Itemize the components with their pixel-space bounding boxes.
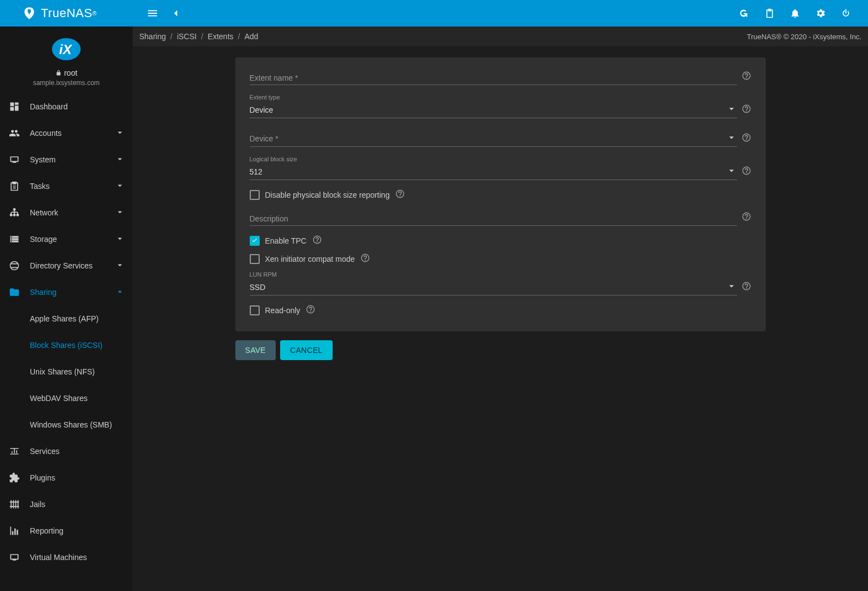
sidebar-item-virtual-machines[interactable]: Virtual Machines bbox=[0, 544, 133, 571]
help-icon[interactable] bbox=[360, 253, 370, 265]
crumb-add: Add bbox=[244, 32, 258, 41]
help-icon[interactable] bbox=[306, 304, 315, 316]
sidebar-item-label: Plugins bbox=[30, 473, 55, 482]
host-label: sample.ixsystems.com bbox=[0, 79, 133, 87]
sidebar-item-label: Directory Services bbox=[30, 261, 93, 270]
sidebar-item-directory-services[interactable]: Directory Services bbox=[0, 252, 133, 279]
sidebar-item-label: Tasks bbox=[30, 182, 50, 191]
help-icon[interactable] bbox=[395, 189, 405, 200]
lock-icon bbox=[55, 70, 62, 76]
accounts-icon bbox=[8, 128, 21, 139]
plugins-icon bbox=[8, 472, 21, 483]
copyright: TrueNAS® © 2020 - iXsystems, Inc. bbox=[747, 33, 861, 41]
sidebar-item-system[interactable]: System bbox=[0, 146, 133, 173]
settings-icon[interactable] bbox=[814, 7, 827, 20]
disable-pbr-checkbox[interactable] bbox=[250, 190, 260, 200]
help-icon[interactable] bbox=[741, 212, 751, 224]
lun-rpm-label: LUN RPM bbox=[250, 271, 737, 278]
sidebar-item-dashboard[interactable]: Dashboard bbox=[0, 93, 133, 120]
notifications-icon[interactable] bbox=[788, 7, 802, 20]
chevron-down-icon bbox=[115, 207, 125, 219]
help-icon[interactable] bbox=[312, 235, 322, 246]
sidebar-item-reporting[interactable]: Reporting bbox=[0, 518, 133, 544]
chevron-down-icon bbox=[726, 281, 737, 293]
network-icon bbox=[8, 207, 21, 218]
chevron-down-icon bbox=[115, 260, 125, 272]
chevron-down-icon bbox=[115, 128, 125, 139]
block-size-label: Logical block size bbox=[250, 156, 737, 162]
help-icon[interactable] bbox=[741, 166, 751, 178]
description-input[interactable]: Description bbox=[250, 212, 737, 226]
back-icon[interactable] bbox=[169, 7, 182, 20]
block-size-select[interactable]: 512 bbox=[250, 163, 737, 180]
sidebar-item-label: Accounts bbox=[30, 129, 62, 138]
sidebar-item-label: Network bbox=[30, 208, 58, 217]
breadcrumb: Sharing/ iSCSI/ Extents/ Add TrueNAS® © … bbox=[133, 27, 868, 46]
directory-icon bbox=[8, 260, 21, 271]
save-button[interactable]: SAVE bbox=[235, 340, 276, 360]
clipboard-icon[interactable] bbox=[763, 7, 776, 20]
sidebar-item-services[interactable]: Services bbox=[0, 438, 133, 465]
readonly-checkbox[interactable] bbox=[250, 305, 260, 315]
enable-tpc-checkbox[interactable] bbox=[250, 236, 260, 246]
sidebar-item-label: Virtual Machines bbox=[30, 553, 87, 562]
sidebar-item-label: System bbox=[30, 155, 56, 164]
chevron-down-icon bbox=[726, 103, 737, 116]
sidebar-item-network[interactable]: Network bbox=[0, 199, 133, 226]
xen-compat-checkbox[interactable] bbox=[250, 254, 260, 264]
sidebar-item-sharing[interactable]: Sharing bbox=[0, 279, 133, 305]
chevron-down-icon bbox=[115, 154, 125, 166]
sidebar-item-tasks[interactable]: Tasks bbox=[0, 173, 133, 199]
help-icon[interactable] bbox=[741, 281, 751, 293]
help-icon[interactable] bbox=[741, 133, 751, 145]
crumb-iscsi[interactable]: iSCSI bbox=[177, 32, 197, 41]
dashboard-icon bbox=[8, 101, 21, 112]
sidebar-item-label: Storage bbox=[30, 235, 57, 244]
ha-status-icon[interactable] bbox=[738, 7, 751, 20]
sidebar-item-label: Dashboard bbox=[30, 102, 68, 111]
jails-icon bbox=[8, 499, 21, 510]
vm-icon bbox=[8, 552, 21, 563]
cancel-button[interactable]: CANCEL bbox=[280, 340, 333, 360]
lun-rpm-select[interactable]: SSD bbox=[250, 279, 737, 296]
form-card: Extent name * Extent type Device bbox=[235, 57, 766, 331]
truenas-icon bbox=[22, 6, 36, 20]
power-icon[interactable] bbox=[839, 7, 853, 20]
user-label: root bbox=[0, 68, 133, 77]
readonly-label: Read-only bbox=[265, 306, 301, 315]
chevron-down-icon bbox=[115, 234, 125, 245]
svg-text:iX: iX bbox=[59, 42, 73, 57]
sidebar-item-plugins[interactable]: Plugins bbox=[0, 465, 133, 491]
sidebar-item-label: Sharing bbox=[30, 288, 56, 297]
chevron-down-icon bbox=[115, 181, 125, 192]
sidebar-sub-unix-shares-nfs-[interactable]: Unix Shares (NFS) bbox=[0, 358, 133, 385]
xen-compat-label: Xen initiator compat mode bbox=[265, 255, 355, 263]
extent-type-select[interactable]: Device bbox=[250, 102, 737, 118]
services-icon bbox=[8, 446, 21, 457]
chevron-down-icon bbox=[726, 132, 737, 145]
tasks-icon bbox=[8, 181, 21, 192]
sidebar-item-jails[interactable]: Jails bbox=[0, 491, 133, 518]
device-select[interactable]: Device * bbox=[250, 130, 737, 147]
crumb-extents[interactable]: Extents bbox=[208, 32, 234, 41]
sharing-icon bbox=[8, 287, 21, 298]
help-icon[interactable] bbox=[741, 71, 751, 83]
chevron-up-icon bbox=[115, 287, 125, 298]
system-icon bbox=[8, 154, 21, 165]
chevron-down-icon bbox=[726, 165, 737, 178]
sidebar-sub-webdav-shares[interactable]: WebDAV Shares bbox=[0, 385, 133, 411]
crumb-sharing[interactable]: Sharing bbox=[139, 32, 166, 41]
topbar: TrueNAS® bbox=[0, 0, 868, 27]
sidebar-sub-apple-shares-afp-[interactable]: Apple Shares (AFP) bbox=[0, 305, 133, 332]
sidebar-sub-windows-shares-smb-[interactable]: Windows Shares (SMB) bbox=[0, 411, 133, 438]
menu-toggle-icon[interactable] bbox=[146, 7, 159, 20]
help-icon[interactable] bbox=[741, 104, 751, 116]
ix-logo: iX bbox=[51, 38, 81, 63]
sidebar-item-accounts[interactable]: Accounts bbox=[0, 120, 133, 146]
sidebar-sub-block-shares-iscsi-[interactable]: Block Shares (iSCSI) bbox=[0, 332, 133, 358]
sidebar-item-storage[interactable]: Storage bbox=[0, 226, 133, 252]
sidebar-item-label: Jails bbox=[30, 500, 45, 509]
extent-name-input[interactable]: Extent name * bbox=[250, 71, 737, 85]
extent-type-label: Extent type bbox=[250, 94, 737, 101]
reporting-icon bbox=[8, 525, 21, 536]
